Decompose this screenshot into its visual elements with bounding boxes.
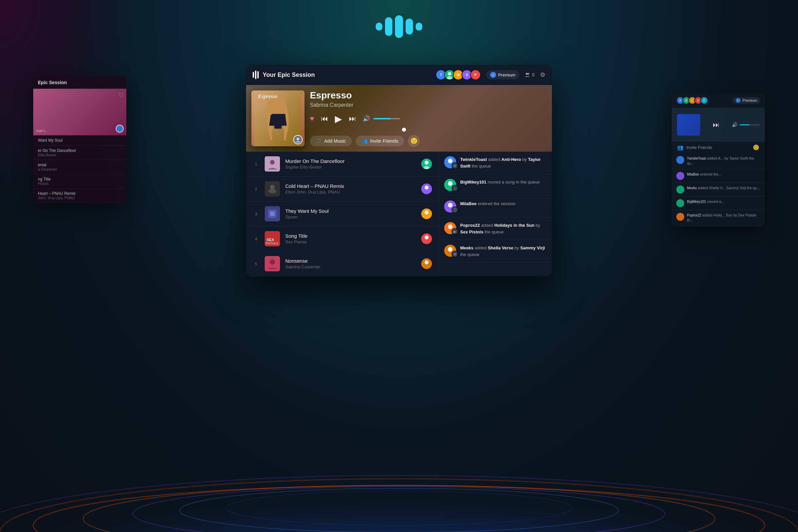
action-icon: ▶ <box>452 228 458 235</box>
track-artist: Sabrina Carpenter <box>285 264 416 269</box>
track-name: Murder On The Dancefloor <box>285 158 416 164</box>
queue-item[interactable]: 5 Nonsense Sabrina Carpenter <box>246 251 439 276</box>
svg-point-52 <box>448 203 453 208</box>
invite-label: Invite Friends <box>686 145 712 150</box>
activity-text: Poprox22 added Holid... Sun by Sex Pisto… <box>687 213 760 223</box>
activity-item: BigMikey101 moved a... <box>672 196 765 210</box>
prev-button[interactable]: ⏮ <box>321 114 328 123</box>
action-buttons: 🎵 Add Music 👥 Invite Friends 🙂 <box>310 135 545 147</box>
premium-label: Premium <box>742 98 757 102</box>
track-name: Cold Heart – PNAU Remix <box>285 183 416 189</box>
item-name: Heart – PNAU Remix <box>38 191 122 196</box>
svg-rect-10 <box>395 15 403 38</box>
people-icon <box>525 72 530 77</box>
activity-text: MilaBee entered the... <box>687 172 722 177</box>
activity-avatars: ⊕ <box>444 156 456 168</box>
activity-item: TwinkleToast added A... by Taylor Swift … <box>672 153 765 169</box>
album-thumbnail <box>265 256 280 271</box>
add-music-button[interactable]: 🎵 Add Music <box>310 136 352 146</box>
bg-right-activity: TwinkleToast added A... by Taylor Swift … <box>672 153 765 226</box>
item-name: ng Title <box>38 177 122 182</box>
activity-avatars: ⊕ <box>444 245 456 257</box>
volume-bar[interactable] <box>740 125 759 125</box>
like-button[interactable]: ♥ <box>310 114 314 123</box>
add-music-label: Add Music <box>324 138 346 144</box>
queue-item[interactable]: 4 SEX PISTOLS Song Title Sex Pistols <box>246 226 439 251</box>
avatar <box>676 213 684 221</box>
now-playing-section: Espresso Espresso Sabrina Carpenter <box>246 85 552 152</box>
adder-avatar <box>421 208 432 219</box>
activity-item: ↕ BigMikey101 moved a song in the queue <box>439 174 552 196</box>
action-icon: ↕ <box>452 185 458 191</box>
item-artist: John, Dua Lipa, PNAU <box>38 196 122 200</box>
activity-text: MilaBee entered the session <box>460 201 515 207</box>
play-button[interactable]: ▶ <box>335 113 342 125</box>
list-item: ense a Carpenter <box>33 160 126 174</box>
track-name: They Want My Soul <box>285 208 416 214</box>
queue-item[interactable]: 3 They Want My Soul Spoon <box>246 202 439 226</box>
svg-point-50 <box>448 181 453 186</box>
adder-avatar <box>421 233 432 244</box>
action-icon: ⊕ <box>452 162 458 169</box>
adder-avatar <box>421 184 432 194</box>
svg-text:PISTOLS: PISTOLS <box>266 242 278 245</box>
svg-point-46 <box>424 260 429 264</box>
item-name: Want My Soul <box>38 138 122 142</box>
activity-avatars: 🎵 <box>444 201 456 212</box>
avatar: P <box>470 70 481 80</box>
bg-right-controls: ⏭ <box>713 121 720 129</box>
avatar <box>676 199 684 207</box>
playback-controls: ♥ ⏮ ▶ ⏭ 🔊 <box>310 113 545 125</box>
bg-right-invite[interactable]: 👥 Invite Friends 🙂 <box>672 141 765 153</box>
activity-text: Meeks added Shella Verse by Sammy Virji … <box>460 245 547 258</box>
action-icon: 🎵 <box>452 207 458 213</box>
participant-avatars: T M S P <box>436 70 481 80</box>
activity-text: Meeks added Shella V... Sammy Virji the … <box>687 186 760 191</box>
volume-fill <box>374 118 391 119</box>
bg-left-np-text: Just t... <box>36 129 48 133</box>
svg-point-17 <box>528 73 529 75</box>
track-number: 2 <box>253 187 259 191</box>
svg-point-26 <box>424 160 429 165</box>
list-item: Want My Soul <box>33 135 126 146</box>
svg-point-37 <box>424 210 429 214</box>
queue-activity-section: 1 Murder On The Dancefloor Sophie Ellis-… <box>246 152 552 276</box>
track-info: They Want My Soul Spoon <box>285 208 416 220</box>
now-playing-content: Espresso Espresso Sabrina Carpenter <box>246 85 552 152</box>
bg-card-right: A B C D E ✓ Premium ⏭ 🔊 👥 Invite Friends… <box>672 93 765 226</box>
queue-item[interactable]: 2 Cold Heart – PNAU Remix Elton John, Du… <box>246 176 439 202</box>
bg-right-premium: ✓ Premium <box>733 97 760 104</box>
next-button[interactable]: ⏭ <box>349 114 356 123</box>
queue-item[interactable]: 1 Murder On The Dancefloor Sophie Ellis-… <box>246 152 439 176</box>
header-right: T M S P ✓ Premium <box>436 70 545 80</box>
track-artist: Spoon <box>285 214 416 220</box>
track-name: Song Title <box>285 233 416 239</box>
settings-icon[interactable]: ⚙ <box>540 71 545 78</box>
svg-point-48 <box>448 158 453 163</box>
volume-icon: 🔊 <box>363 115 370 122</box>
activity-item: Meeks added Shella V... Sammy Virji the … <box>672 183 765 196</box>
track-artist: Elton John, Dua Lipa, PNAU <box>285 190 416 194</box>
avatar: E <box>700 96 708 104</box>
track-artist: Sabrina Carpenter <box>310 102 545 108</box>
track-number: 4 <box>253 236 259 241</box>
bg-left-list: Want My Soul er On The Dancefloor Ellis-… <box>33 135 126 203</box>
album-thumbnail <box>265 206 280 222</box>
list-item: er On The Dancefloor Ellis-Bextor <box>33 146 126 160</box>
volume-bar[interactable] <box>374 118 400 119</box>
svg-point-29 <box>270 185 274 190</box>
card-header: Your Epic Session T M S P ✓ Premium <box>246 65 552 85</box>
music-note-icon: 🎵 <box>316 138 322 144</box>
track-info: Nonsense Sabrina Carpenter <box>285 258 416 269</box>
svg-rect-11 <box>406 19 413 35</box>
invite-friends-button[interactable]: 👥 Invite Friends <box>356 136 404 146</box>
bg-right-avatars: A B C D E <box>676 96 708 104</box>
emoji-button[interactable]: 🙂 <box>408 135 420 147</box>
album-art: Espresso <box>251 91 305 146</box>
svg-text:SEX: SEX <box>267 238 274 242</box>
track-artist: Sex Pistols <box>285 240 416 244</box>
people-icon: 👥 <box>677 144 684 151</box>
item-artist: Ellis-Bextor <box>38 153 122 157</box>
track-number: 3 <box>253 211 259 216</box>
skip-forward-icon[interactable]: ⏭ <box>713 121 720 129</box>
